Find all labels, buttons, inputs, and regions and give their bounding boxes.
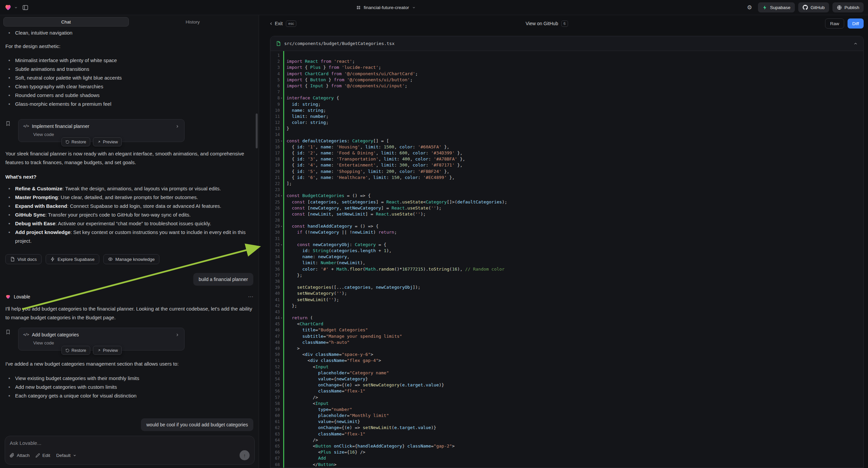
globe-icon — [837, 5, 842, 10]
github-button[interactable]: GitHub — [798, 2, 829, 12]
code-change-block: </> Add budget categories View code Rest… — [5, 328, 253, 351]
preview-icon — [97, 140, 101, 144]
code-icon: </> — [23, 331, 29, 338]
fold-chevron-icon[interactable]: ▾ — [280, 223, 283, 229]
preview-button[interactable]: Preview — [93, 346, 122, 355]
exit-button[interactable]: Exit — [269, 21, 282, 26]
supabase-button[interactable]: Supabase — [758, 2, 795, 12]
chat-scrollbar-thumb[interactable] — [256, 114, 258, 148]
chat-input[interactable] — [10, 440, 250, 446]
code-line: 44▾ return ( — [271, 315, 863, 321]
line-number: 59 — [271, 407, 280, 413]
fold-chevron-icon[interactable]: ▾ — [280, 95, 283, 101]
line-number: 36 — [271, 266, 280, 272]
fold-chevron-icon[interactable]: ▾ — [280, 193, 283, 199]
explore-supabase-button[interactable]: Explore Supabase — [45, 254, 99, 264]
line-number: 29 — [271, 223, 280, 229]
code-line: 61 value={newLimit} — [271, 419, 863, 425]
tab-history[interactable]: History — [130, 17, 256, 27]
topbar-left — [4, 2, 30, 12]
assistant-name: Lovable — [14, 292, 30, 301]
code-line: 18 { id: '3', name: 'Transportation', li… — [271, 156, 863, 162]
code-line: 27 const [newLimit, setNewLimit] = React… — [271, 211, 863, 217]
fold-chevron-icon — [280, 187, 283, 193]
pencil-icon — [36, 453, 40, 458]
collapse-chevron-up-icon[interactable] — [853, 41, 858, 46]
visit-docs-button[interactable]: Visit docs — [5, 254, 41, 264]
restore-button[interactable]: Restore — [61, 346, 90, 355]
user-message: would be cool if you could add budget ca… — [141, 418, 253, 431]
project-switcher[interactable]: financial-future-creator — [356, 0, 416, 15]
bookmark-icon[interactable] — [5, 119, 18, 142]
mode-select[interactable]: Default — [56, 453, 77, 458]
code-text: <Button onClick={handleAddCategory} clas… — [283, 443, 455, 449]
code-text: ]; — [283, 181, 292, 187]
diff-toggle-button[interactable]: Diff — [847, 19, 864, 29]
code-line: 24▾const BudgetCategories = () => { — [271, 193, 863, 199]
code-text: const [categories, setCategories] = Reac… — [283, 199, 507, 205]
code-line: 5import { Button } from '@/components/ui… — [271, 77, 863, 83]
code-line: 28 — [271, 217, 863, 223]
settings-button[interactable]: ⚙ — [745, 2, 754, 12]
fold-chevron-icon — [280, 144, 283, 150]
manage-knowledge-button[interactable]: Manage knowledge — [103, 254, 159, 264]
line-number: 58 — [271, 401, 280, 407]
restore-button[interactable]: Restore — [61, 137, 90, 146]
publish-button[interactable]: Publish — [832, 2, 864, 12]
code-text: placeholder="Category name" — [283, 370, 389, 376]
code-text: color: '#' + Math.floor(Math.random()*16… — [283, 266, 505, 272]
bookmark-icon[interactable] — [5, 328, 18, 351]
line-number: 43 — [271, 309, 280, 315]
code-line: 58 <Input — [271, 401, 863, 407]
fold-chevron-icon — [280, 156, 283, 162]
implement-planner-card[interactable]: </> Implement financial planner View cod… — [18, 119, 185, 142]
topbar-right: ⚙ Supabase GitHub Publish — [745, 2, 864, 12]
chat-messages[interactable]: Clean, intuitive navigation For the desi… — [0, 28, 259, 436]
line-number: 63 — [271, 431, 280, 437]
line-number: 28 — [271, 217, 280, 223]
fold-chevron-icon[interactable]: ▾ — [280, 138, 283, 144]
code-line: 68 </Button> — [271, 462, 863, 468]
view-code-link[interactable]: View code — [23, 340, 180, 346]
code-text: if (!newCategory || !newLimit) return; — [283, 229, 397, 235]
line-number: 1 — [271, 52, 280, 58]
code-text: Add — [283, 455, 326, 461]
line-number: 34 — [271, 254, 280, 260]
code-line: 62 onChange={(e) => setNewLimit(e.target… — [271, 425, 863, 431]
add-budget-categories-card[interactable]: </> Add budget categories View code Rest… — [18, 328, 185, 351]
code-line: 29▾ const handleAddCategory = () => { — [271, 223, 863, 229]
composer-toolbar: Attach Edit Default ↑ — [10, 450, 250, 460]
lovable-logo[interactable] — [4, 4, 12, 11]
code-line: 31 — [271, 236, 863, 242]
send-button[interactable]: ↑ — [240, 450, 250, 460]
edit-button[interactable]: Edit — [36, 453, 50, 458]
fold-chevron-icon — [280, 297, 283, 303]
file-path: src/components/budget/BudgetCategories.t… — [284, 41, 395, 46]
scrolled-bullet-list: Clean, intuitive navigation — [5, 29, 253, 37]
view-on-github-button[interactable]: View on GitHub — [525, 21, 558, 26]
fold-chevron-icon — [280, 229, 283, 235]
toggle-sidebar-button[interactable] — [20, 2, 30, 12]
line-number: 32 — [271, 242, 280, 248]
attach-button[interactable]: Attach — [10, 453, 30, 458]
chat-panel: Chat History Clean, intuitive navigation… — [0, 15, 259, 468]
code-text: onChange={(e) => setNewLimit(e.target.va… — [283, 425, 436, 431]
fold-chevron-icon[interactable]: ▾ — [280, 315, 283, 321]
tab-chat[interactable]: Chat — [3, 17, 129, 27]
workspace-chevron-down-icon[interactable] — [14, 6, 18, 9]
line-number: 26 — [271, 205, 280, 211]
fold-chevron-icon — [280, 236, 283, 242]
code-text: id: string; — [283, 101, 321, 108]
view-code-link[interactable]: View code — [23, 131, 180, 138]
preview-button[interactable]: Preview — [93, 137, 122, 146]
code-change-block: </> Implement financial planner View cod… — [5, 119, 253, 142]
fold-chevron-icon — [280, 71, 283, 77]
line-number: 19 — [271, 162, 280, 168]
fold-chevron-icon — [280, 114, 283, 119]
file-header[interactable]: src/components/budget/BudgetCategories.t… — [271, 36, 863, 51]
code-viewer[interactable]: 12import React from 'react';3import { Pl… — [271, 51, 863, 468]
raw-toggle-button[interactable]: Raw — [825, 19, 844, 29]
message-menu-icon[interactable]: ⋯ — [248, 292, 253, 301]
code-text: value={newLimit} — [283, 419, 360, 425]
fold-chevron-icon[interactable]: ▾ — [280, 242, 283, 248]
